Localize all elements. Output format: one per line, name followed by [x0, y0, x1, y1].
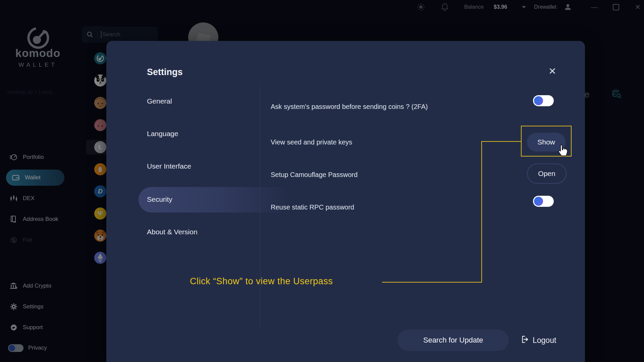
hand-cursor [557, 143, 569, 159]
tab-language[interactable]: Language [147, 130, 178, 138]
setting-label-camouflage: Setup Camouflage Password [271, 171, 358, 179]
annotation-line-vertical [481, 141, 482, 283]
setting-label-2fa: Ask system's password before sending coi… [271, 103, 428, 111]
tab-user-interface[interactable]: User Interface [147, 162, 191, 170]
search-for-update-button[interactable]: Search for Update [397, 329, 509, 351]
annotation-line-to-box [482, 141, 521, 142]
annotation-line-horizontal [382, 282, 482, 283]
annotation-text: Click “Show” to view the Userpass [190, 276, 333, 287]
logout-icon [521, 335, 529, 346]
toggle-2fa[interactable] [533, 95, 554, 106]
tab-about-version[interactable]: About & Version [147, 228, 198, 236]
setting-label-view-seed: View seed and private keys [271, 138, 352, 146]
tab-security[interactable]: Security [147, 195, 172, 203]
open-button[interactable]: Open [527, 164, 567, 184]
setting-label-rpc-password: Reuse static RPC password [271, 203, 354, 211]
app-window: Balance $3.96 Drewallet — ✕ komodo WALLE… [0, 0, 644, 362]
tab-general[interactable]: General [147, 97, 172, 105]
toggle-rpc-password[interactable] [533, 196, 554, 207]
logout-label: Logout [533, 336, 556, 345]
modal-title: Settings [147, 67, 183, 77]
settings-modal: Settings ✕ General Language User Interfa… [106, 41, 585, 362]
logout-button[interactable]: Logout [521, 335, 556, 346]
close-modal-icon[interactable]: ✕ [548, 66, 556, 77]
